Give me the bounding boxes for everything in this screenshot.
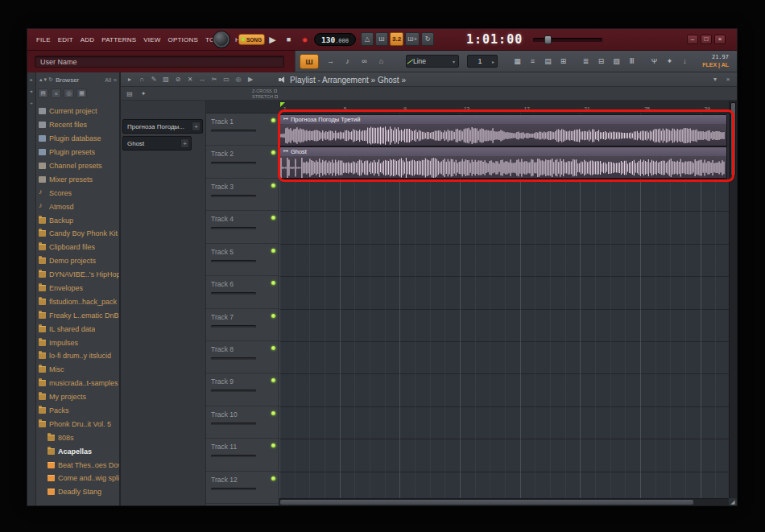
browser-item[interactable]: Demo projects — [37, 254, 119, 268]
browser-item[interactable]: My projects — [37, 390, 119, 404]
browser-item[interactable]: 808s — [37, 431, 119, 444]
pencil-icon[interactable]: ✎ — [148, 74, 159, 85]
record-button[interactable]: ● — [298, 32, 312, 47]
step-arrow-icon[interactable]: → — [324, 54, 337, 68]
timeline-ruler[interactable]: 1591317212529 — [279, 101, 729, 113]
playback-icon[interactable]: ▶ — [245, 74, 256, 85]
mute-icon[interactable]: ✕ — [184, 74, 196, 85]
track-header-row[interactable]: Track 3 — [206, 179, 279, 211]
link-icon[interactable]: ∞ — [358, 54, 371, 68]
browser-tab-home-icon[interactable]: ▸ — [30, 76, 32, 82]
browser-item[interactable]: Scores — [37, 186, 119, 200]
clip-header[interactable]: ↦ Прогноза Погоды Третий — [280, 115, 726, 124]
track-header-row[interactable]: Track 6 — [206, 276, 279, 308]
fl-logo-knob[interactable] — [213, 31, 230, 48]
track-header-row[interactable]: Track 9 — [206, 373, 279, 406]
loop-recording-icon[interactable]: ↻ — [421, 32, 434, 46]
track-fader[interactable] — [211, 488, 256, 490]
tempo-display[interactable]: 130 000 — [314, 33, 356, 46]
countdown-icon[interactable]: 3.2 — [390, 32, 403, 46]
track-mute-led[interactable] — [271, 346, 275, 350]
browser-item[interactable]: lo-fi drum..y itslucid — [37, 349, 119, 363]
browser-item[interactable]: Plugin database — [37, 132, 119, 146]
browser-sort-icon[interactable]: ≡ — [51, 89, 61, 98]
browser-item[interactable]: Candy Boy Phonk Kit — [37, 227, 119, 241]
track-header-row[interactable]: Track 2 — [206, 146, 279, 178]
minimize-button[interactable]: – — [687, 35, 698, 44]
browser-view-icon[interactable]: ▤ — [38, 89, 48, 98]
browser-item[interactable]: Freaky L..ematic DnB — [37, 308, 119, 322]
delete-icon[interactable]: ⊘ — [172, 74, 184, 85]
menu-edit[interactable]: EDIT — [56, 35, 76, 45]
export-icon[interactable]: ↓ — [678, 54, 692, 68]
picker-grid-icon[interactable]: ▤ — [124, 89, 135, 99]
browser-item[interactable]: Impulses — [37, 336, 119, 349]
browser-item[interactable]: Deadly Stang — [37, 485, 119, 499]
track-header-row[interactable]: Track 11 — [206, 439, 279, 471]
browser-item[interactable]: musicrada..t-samples — [37, 377, 119, 390]
stop-button[interactable]: ■ — [282, 32, 296, 47]
slice-icon[interactable]: ✂ — [209, 74, 220, 85]
browser-item[interactable]: Packs — [37, 404, 119, 418]
playlist-options-icon[interactable]: ▸ — [124, 74, 135, 85]
add-pattern-instance-button[interactable]: + — [180, 138, 189, 148]
zcross-checkbox[interactable] — [274, 89, 277, 93]
horizontal-scrollbar[interactable] — [279, 498, 729, 505]
track-fader[interactable] — [211, 130, 256, 132]
track-fader[interactable] — [211, 292, 256, 295]
browser-item[interactable]: Plugin presets — [37, 146, 119, 159]
track-header-row[interactable]: Track 5 — [206, 244, 279, 276]
menu-patterns[interactable]: PATTERNS — [99, 35, 139, 45]
song-mode-toggle[interactable]: SONG — [238, 34, 265, 45]
track-header-row[interactable]: Track 4 — [206, 211, 279, 243]
track-fader[interactable] — [211, 423, 256, 425]
zoom-icon[interactable]: ◎ — [233, 74, 244, 85]
metronome-note-icon[interactable]: ♪ — [341, 54, 354, 68]
username-input[interactable] — [35, 56, 284, 68]
menu-view[interactable]: VIEW — [141, 35, 163, 45]
stretch-checkbox[interactable] — [275, 95, 278, 98]
track-mute-led[interactable] — [271, 249, 275, 253]
track-mute-led[interactable] — [271, 184, 275, 188]
track-mute-led[interactable] — [271, 151, 275, 155]
browser-item[interactable]: Acapellas — [37, 444, 119, 458]
track-header-row[interactable]: Track 8 — [206, 341, 279, 373]
tools-menu-icon[interactable]: Ψ — [647, 54, 661, 68]
track-header-row[interactable]: Track 1 — [206, 113, 279, 146]
close-button[interactable]: × — [714, 35, 726, 44]
metronome-icon[interactable]: △ — [361, 32, 374, 46]
playlist-view-icon[interactable]: ▦ — [511, 54, 524, 68]
tempo-tap-icon[interactable]: ▧ — [610, 54, 623, 68]
track-header-row[interactable]: Track 12 — [206, 472, 279, 504]
browser-item[interactable]: DYNAVIBE..'s HipHop — [37, 268, 119, 282]
track-fader[interactable] — [211, 357, 256, 360]
browser-item[interactable]: Atmosd — [37, 200, 119, 213]
menu-file[interactable]: FILE — [34, 35, 53, 45]
shuttle-slider[interactable] — [533, 38, 602, 42]
wait-for-input-icon[interactable]: Ш — [375, 32, 388, 46]
plugin-picker-icon[interactable]: ⊟ — [594, 54, 608, 68]
track-fader[interactable] — [211, 227, 256, 229]
vertical-scrollbar[interactable] — [729, 101, 737, 505]
expand-all-icon[interactable]: ▾ — [44, 76, 48, 83]
piano-roll-icon[interactable]: ▤ — [541, 54, 555, 68]
clip-header[interactable]: ↦ Ghost — [280, 147, 726, 156]
browser-toggle-icon[interactable]: ≣ — [579, 54, 593, 68]
horizontal-scrollbar-thumb[interactable] — [280, 500, 693, 505]
browser-item[interactable]: Misc — [37, 363, 119, 377]
browser-item[interactable]: Phonk Dru..it Vol. 5 — [37, 417, 119, 431]
browser-item[interactable]: Recent files — [37, 118, 119, 132]
touch-controller-icon[interactable]: Ⅲ — [625, 54, 639, 68]
playlist-close-button[interactable]: × — [722, 74, 734, 85]
track-mute-led[interactable] — [271, 411, 275, 415]
pattern-chip[interactable]: Ghost+ — [122, 136, 192, 151]
playlist-grid[interactable]: ↦ Прогноза Погоды Третий ↦ Ghost — [279, 113, 729, 505]
track-header-row[interactable]: Track 7 — [206, 309, 279, 341]
track-fader[interactable] — [211, 455, 256, 457]
track-header-row[interactable]: Track 10 — [206, 406, 279, 439]
track-fader[interactable] — [211, 390, 256, 392]
pattern-chip[interactable]: Прогноза Погоды...+ — [122, 119, 203, 134]
blend-recording-icon[interactable]: Ш+ — [405, 32, 420, 46]
slip-icon[interactable]: ↔ — [196, 74, 208, 85]
track-mute-led[interactable] — [271, 378, 275, 382]
